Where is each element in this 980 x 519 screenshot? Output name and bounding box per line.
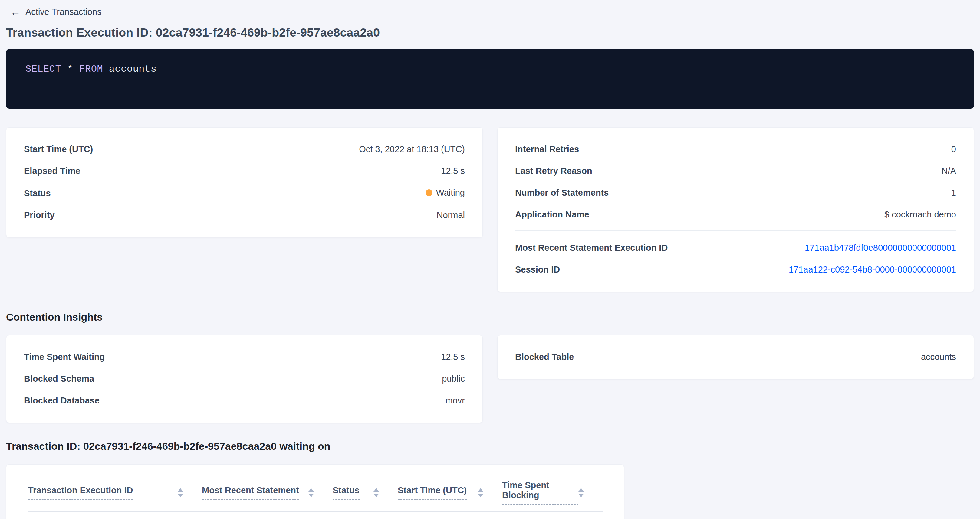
sort-icon <box>478 488 483 497</box>
contention-cards: Time Spent Waiting 12.5 s Blocked Schema… <box>6 335 974 423</box>
back-link[interactable]: ← Active Transactions <box>10 7 102 17</box>
column-label: Status <box>332 486 360 500</box>
detail-label: Blocked Database <box>24 395 100 406</box>
status-text: Waiting <box>436 187 465 198</box>
column-label: Time Spent Blocking <box>502 480 578 505</box>
status-value: Waiting <box>426 187 465 198</box>
card-divider <box>515 230 956 231</box>
detail-value: public <box>442 373 465 384</box>
sql-keyword: SELECT <box>25 63 61 75</box>
column-label: Most Recent Statement <box>202 486 299 500</box>
blocked-table-card: Blocked Table accounts <box>497 335 974 379</box>
detail-row: Application Name $ cockroach demo <box>515 209 956 220</box>
detail-value: 1 <box>951 187 956 198</box>
cell-most-recent-statement: SHOW database <box>202 512 332 519</box>
detail-label: Status <box>24 187 51 199</box>
cell-time-spent-blocking: 12.5 s <box>502 512 603 519</box>
detail-row: Elapsed Time 12.5 s <box>24 165 465 177</box>
detail-row: Internal Retries 0 <box>515 143 956 155</box>
detail-label: Start Time (UTC) <box>24 143 93 155</box>
detail-row: Priority Normal <box>24 209 465 221</box>
detail-row: Time Spent Waiting 12.5 s <box>24 351 465 363</box>
column-label: Start Time (UTC) <box>398 486 467 500</box>
detail-row: Blocked Schema public <box>24 373 465 384</box>
detail-row: Last Retry Reason N/A <box>515 165 956 177</box>
waiting-on-table-card: Transaction Execution ID Most Recent Sta… <box>6 464 624 519</box>
detail-row: Status Waiting <box>24 187 465 199</box>
sort-icon <box>309 488 314 497</box>
waiting-on-heading: Transaction ID: 02ca7931-f246-469b-b2fe-… <box>6 440 974 452</box>
sql-identifier: accounts <box>103 63 156 75</box>
back-arrow-icon: ← <box>10 7 21 17</box>
statement-execution-id-link[interactable]: 171aa1b478fdf0e80000000000000001 <box>805 242 956 254</box>
table-header-row: Transaction Execution ID Most Recent Sta… <box>28 465 603 512</box>
sort-icon <box>578 488 584 497</box>
detail-label: Application Name <box>515 209 589 220</box>
detail-row: Session ID 171aa122-c092-54b8-0000-00000… <box>515 264 956 275</box>
page-title: Transaction Execution ID: 02ca7931-f246-… <box>6 26 974 39</box>
column-label: Transaction Execution ID <box>28 486 133 500</box>
sort-icon <box>178 488 183 497</box>
contention-insights-heading: Contention Insights <box>6 311 974 323</box>
table-row: b8d7d03a-d497-446b-8474-e50846674768 SHO… <box>28 512 603 519</box>
detail-label: Elapsed Time <box>24 165 80 177</box>
detail-row: Most Recent Statement Execution ID 171aa… <box>515 242 956 254</box>
waiting-status-dot-icon <box>426 189 433 196</box>
transaction-times-card: Start Time (UTC) Oct 3, 2022 at 18:13 (U… <box>6 127 483 237</box>
detail-value: N/A <box>942 165 956 177</box>
session-id-link[interactable]: 171aa122-c092-54b8-0000-000000000001 <box>789 264 956 275</box>
sql-statement-box: SELECT * FROM accounts <box>6 49 974 109</box>
detail-value: Oct 3, 2022 at 18:13 (UTC) <box>359 143 465 155</box>
back-link-label: Active Transactions <box>25 7 102 17</box>
detail-value: 0 <box>951 143 956 155</box>
column-header-time-spent-blocking[interactable]: Time Spent Blocking <box>502 465 603 512</box>
detail-row: Number of Statements 1 <box>515 187 956 198</box>
column-header-start-time[interactable]: Start Time (UTC) <box>398 465 502 512</box>
detail-label: Most Recent Statement Execution ID <box>515 242 668 254</box>
detail-label: Blocked Schema <box>24 373 94 384</box>
column-header-status[interactable]: Status <box>332 465 398 512</box>
waiting-transactions-table: Transaction Execution ID Most Recent Sta… <box>28 465 603 519</box>
detail-value: 12.5 s <box>441 165 465 177</box>
cell-status: Executing <box>332 512 398 519</box>
detail-label: Internal Retries <box>515 143 579 155</box>
sql-statement: SELECT * FROM accounts <box>25 63 156 75</box>
detail-label: Session ID <box>515 264 560 275</box>
column-header-transaction-execution-id[interactable]: Transaction Execution ID <box>28 465 202 512</box>
transaction-attributes-card: Internal Retries 0 Last Retry Reason N/A… <box>497 127 974 292</box>
detail-label: Blocked Table <box>515 351 574 363</box>
detail-row: Blocked Database movr <box>24 395 465 406</box>
active-transaction-details-page: ← Active Transactions Transaction Execut… <box>0 0 980 519</box>
detail-value: Normal <box>437 209 465 221</box>
sql-keyword: FROM <box>79 63 103 75</box>
detail-value: 12.5 s <box>441 351 465 363</box>
detail-label: Time Spent Waiting <box>24 351 105 363</box>
contention-details-card: Time Spent Waiting 12.5 s Blocked Schema… <box>6 335 483 423</box>
cell-transaction-execution-id: b8d7d03a-d497-446b-8474-e50846674768 <box>28 512 202 519</box>
detail-label: Number of Statements <box>515 187 609 198</box>
detail-value: movr <box>445 395 465 406</box>
sort-icon <box>374 488 379 497</box>
sql-text: * <box>61 63 79 75</box>
cell-start-time: Oct 03, 2022 at 18:12 <box>398 512 502 519</box>
detail-value: accounts <box>921 351 956 363</box>
detail-value: $ cockroach demo <box>885 209 956 220</box>
detail-row: Start Time (UTC) Oct 3, 2022 at 18:13 (U… <box>24 143 465 155</box>
summary-cards: Start Time (UTC) Oct 3, 2022 at 18:13 (U… <box>6 127 974 292</box>
column-header-most-recent-statement[interactable]: Most Recent Statement <box>202 465 332 512</box>
detail-label: Last Retry Reason <box>515 165 592 177</box>
detail-label: Priority <box>24 209 55 221</box>
detail-row: Blocked Table accounts <box>515 351 956 363</box>
